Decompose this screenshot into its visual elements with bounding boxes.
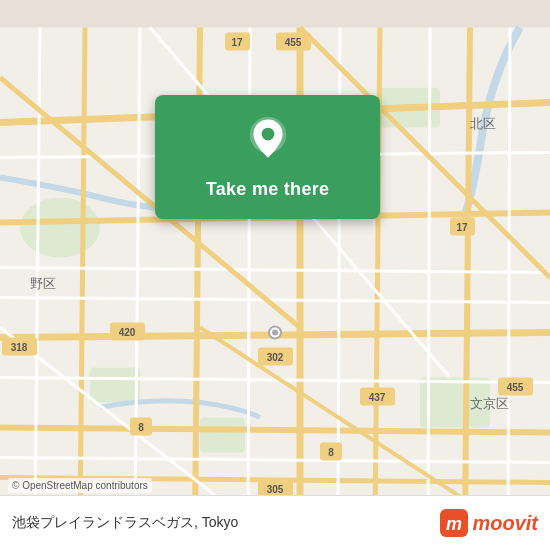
map-container: 455 318 17 17 420 302 437 8 8 305 455 野区: [0, 0, 550, 550]
svg-text:17: 17: [456, 222, 468, 233]
map-background: 455 318 17 17 420 302 437 8 8 305 455 野区: [0, 0, 550, 550]
moovit-logo: m moovit: [440, 509, 538, 537]
place-name: 池袋プレイランドラスベガス, Tokyo: [12, 514, 238, 532]
svg-point-58: [272, 330, 278, 336]
moovit-m-icon: m: [440, 509, 468, 537]
svg-text:318: 318: [11, 342, 28, 353]
svg-point-60: [261, 128, 274, 141]
svg-line-25: [428, 28, 430, 523]
svg-text:302: 302: [267, 352, 284, 363]
svg-rect-5: [200, 418, 245, 453]
osm-attribution: © OpenStreetMap contributors: [8, 478, 152, 493]
svg-text:437: 437: [369, 392, 386, 403]
svg-text:8: 8: [138, 422, 144, 433]
svg-text:野区: 野区: [30, 276, 56, 291]
take-me-there-button[interactable]: Take me there: [198, 175, 338, 204]
svg-text:文京区: 文京区: [470, 396, 509, 411]
svg-text:455: 455: [507, 382, 524, 393]
svg-text:北区: 北区: [470, 116, 496, 131]
svg-text:455: 455: [285, 37, 302, 48]
svg-text:420: 420: [119, 327, 136, 338]
svg-point-1: [20, 198, 100, 258]
svg-text:m: m: [446, 514, 462, 534]
moovit-brand-text: moovit: [472, 512, 538, 535]
svg-rect-3: [90, 368, 140, 403]
svg-text:305: 305: [267, 484, 284, 495]
svg-text:8: 8: [328, 447, 334, 458]
location-card: Take me there: [155, 95, 380, 219]
bottom-bar: 池袋プレイランドラスベガス, Tokyo m moovit: [0, 495, 550, 550]
svg-line-26: [508, 28, 510, 523]
svg-text:17: 17: [231, 37, 243, 48]
location-pin-icon: [243, 115, 293, 165]
